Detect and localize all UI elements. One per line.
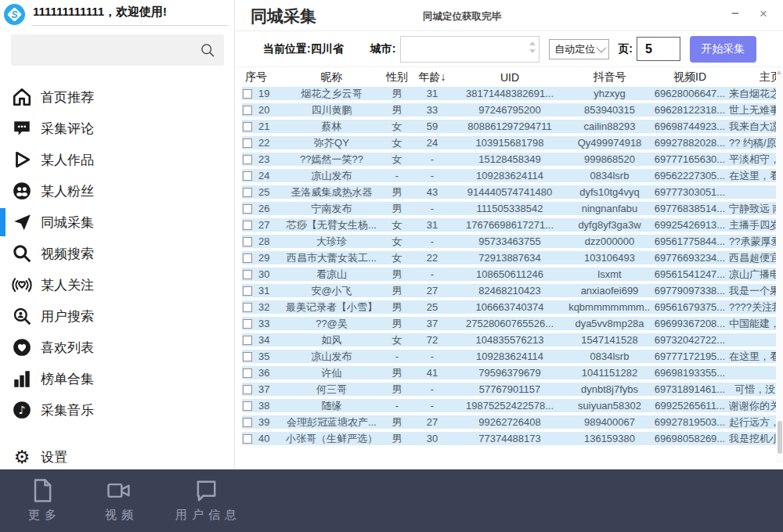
sidebar-item-collect-music[interactable]: ♪ 采集音乐 xyxy=(0,394,234,426)
row-checkbox[interactable] xyxy=(243,270,252,279)
table-row[interactable]: 30 看凉山 男 - 108650611246 lsxmt 6956154124… xyxy=(242,268,783,281)
col-index[interactable]: 序号 xyxy=(242,70,283,84)
row-checkbox[interactable] xyxy=(243,171,252,181)
sidebar-search-input[interactable] xyxy=(11,34,224,66)
table-row[interactable]: 28 大珍珍 女 - 95733463755 dzz000000 6956177… xyxy=(242,235,783,248)
cell-douyin-id: 999868520 xyxy=(568,153,651,165)
locate-mode-select[interactable]: 自动定位 xyxy=(549,39,609,59)
row-checkbox[interactable] xyxy=(243,204,252,214)
row-checkbox[interactable] xyxy=(243,336,252,345)
row-checkbox[interactable] xyxy=(243,352,252,361)
search-icon[interactable] xyxy=(200,42,215,58)
row-checkbox[interactable] xyxy=(243,385,252,394)
table-row[interactable]: 31 安@小飞 男 27 82468210423 anxiaofei699 69… xyxy=(242,284,783,297)
col-nickname[interactable]: 昵称 xyxy=(283,70,381,84)
sidebar-item-user-fans[interactable]: 某人粉丝 xyxy=(0,175,234,207)
row-checkbox[interactable] xyxy=(243,138,252,148)
city-input[interactable] xyxy=(400,36,539,63)
row-checkbox[interactable] xyxy=(243,89,252,99)
cell-uid: 109283624114 xyxy=(451,170,568,182)
cell-profile-sign: 在这里，看 xyxy=(729,169,783,183)
sidebar-item-user-works[interactable]: 某人作品 xyxy=(0,144,234,175)
page-count-input[interactable] xyxy=(637,37,680,61)
table-row[interactable]: 25 圣洛威集成热水器 男 43 914440574741480 dyfs10t… xyxy=(242,185,783,199)
sidebar-item-settings[interactable]: ⚙ 设置 xyxy=(0,441,234,473)
sidebar-item-video-search[interactable]: 视频搜索 xyxy=(0,238,234,269)
table-header: 序号 昵称 性别 年龄↓ UID 抖音号 视频ID 主页签 xyxy=(242,67,783,87)
heart-circle-icon xyxy=(12,337,32,358)
col-gender[interactable]: 性别 xyxy=(381,70,413,84)
row-checkbox[interactable] xyxy=(243,253,252,263)
cell-nickname: 大珍珍 xyxy=(283,235,381,249)
row-checkbox[interactable] xyxy=(243,286,252,296)
sidebar-item-ranking-collection[interactable]: 榜单合集 xyxy=(0,363,234,394)
table-row[interactable]: 22 弥芥QY 女 24 103915681798 Qy499974918 69… xyxy=(242,136,783,149)
row-checkbox[interactable] xyxy=(243,122,252,131)
bottom-toolbar: 更多 视频 用户信息 xyxy=(0,469,783,532)
minimize-button[interactable]: − xyxy=(727,6,744,22)
table-row[interactable]: 19 烟花之乡云哥 男 31 38171448382691... yhzxyg … xyxy=(242,87,783,100)
table-row[interactable]: 29 西昌市大蕾女装工... 女 22 72913887634 10310649… xyxy=(242,251,783,264)
sidebar-item-city-collect[interactable]: 同城采集 xyxy=(0,207,234,238)
cell-index: 21 xyxy=(258,120,269,132)
row-checkbox[interactable] xyxy=(243,188,252,197)
file-icon xyxy=(28,476,56,505)
cell-age: 33 xyxy=(413,104,451,116)
sidebar-item-home-feed[interactable]: 首页推荐 xyxy=(0,81,234,113)
row-checkbox[interactable] xyxy=(243,106,252,115)
sidebar-item-likes-list[interactable]: 喜欢列表 xyxy=(0,332,234,363)
cell-douyin-id: 0834lsrb xyxy=(568,170,651,182)
cell-index: 29 xyxy=(258,252,269,264)
table-row[interactable]: 37 何三哥 男 - 57767901157 dynbt8j7fybs 6973… xyxy=(242,383,783,396)
cell-gender: 男 xyxy=(381,366,413,380)
col-douyin-id[interactable]: 抖音号 xyxy=(568,70,651,84)
row-checkbox[interactable] xyxy=(243,368,252,378)
row-checkbox[interactable] xyxy=(243,319,252,329)
table-row[interactable]: 38 随缘 - - 19875252422578... suiyuan58302… xyxy=(242,399,783,412)
row-checkbox[interactable] xyxy=(243,155,252,164)
col-age-sorted[interactable]: 年龄↓ xyxy=(413,70,451,84)
user-info-button[interactable]: 用户信息 xyxy=(171,476,241,523)
col-uid[interactable]: UID xyxy=(451,71,568,84)
close-button[interactable]: × xyxy=(755,6,772,22)
table-row[interactable]: 36 许仙 男 41 79596379679 1041151282 696981… xyxy=(242,366,783,379)
table-row[interactable]: 40 小张哥（生鲜严选） 男 30 77374488173 136159380 … xyxy=(242,432,783,445)
start-collect-button[interactable]: 开始采集 xyxy=(690,36,756,63)
row-checkbox[interactable] xyxy=(243,237,252,246)
row-checkbox[interactable] xyxy=(243,401,252,411)
video-button[interactable]: 视频 xyxy=(100,476,138,523)
table-row[interactable]: 35 凉山发布 - - 109283624114 0834lsrb 697771… xyxy=(242,350,783,363)
sidebar-item-collect-comments[interactable]: 采集评论 xyxy=(0,113,234,144)
table-row[interactable]: 32 最美记录者【小雪】 男 25 106663740374 jkqbmmmmm… xyxy=(242,300,783,314)
cell-video-id: 69562227305... xyxy=(651,170,729,182)
music-circle-icon: ♪ xyxy=(12,400,32,420)
table-row[interactable]: 20 四川黄鹏 男 33 97246795200 853940315 69628… xyxy=(242,103,783,117)
cell-gender: 男 xyxy=(381,300,413,315)
city-spinner[interactable] xyxy=(529,41,536,53)
cell-profile-sign: 我来自大凉 xyxy=(729,120,783,134)
table-row[interactable]: 34 如风 女 72 104835576213 1547141528 69732… xyxy=(242,333,783,347)
table-row[interactable]: 39 会理彭冠蓝塘农产... 男 27 99262726408 98940006… xyxy=(242,415,783,429)
sidebar-item-user-following[interactable]: 某人关注 xyxy=(0,269,234,300)
col-profile-sign[interactable]: 主页签 xyxy=(729,70,783,84)
row-checkbox[interactable] xyxy=(243,418,252,427)
table-row[interactable]: 24 凉山发布 - - 109283624114 0834lsrb 695622… xyxy=(242,169,783,182)
col-video-id[interactable]: 视频ID xyxy=(651,70,729,84)
row-checkbox[interactable] xyxy=(243,434,252,444)
sidebar-item-user-search[interactable]: 用户搜索 xyxy=(0,300,234,332)
scroll-up-arrow-icon[interactable] xyxy=(777,70,781,74)
cell-uid: 914440574741480 xyxy=(451,186,568,198)
row-checkbox[interactable] xyxy=(243,303,252,312)
scrollbar-thumb[interactable] xyxy=(778,421,782,454)
vertical-scrollbar[interactable] xyxy=(776,67,783,463)
cell-gender: 女 xyxy=(381,136,413,150)
table-row[interactable]: 26 宁南发布 男 - 111505338542 ningnanfabu 697… xyxy=(242,202,783,215)
table-row[interactable]: 21 蔡林 女 59 808861297294711 cailin88293 6… xyxy=(242,120,783,133)
cell-gender: 男 xyxy=(381,284,413,298)
cell-video-id: 69927819503... xyxy=(651,416,729,428)
row-checkbox[interactable] xyxy=(243,221,252,230)
more-button[interactable]: 更多 xyxy=(23,476,61,523)
table-row[interactable]: 27 芯痧【无臂女生杨... 女 31 17676698617271... dy… xyxy=(242,218,783,232)
table-row[interactable]: 33 ??@吴 男 37 27528060765526... dya5vv8mp… xyxy=(242,317,783,330)
table-row[interactable]: 23 ??嫣然一笑?? 女 - 15128458349 999868520 69… xyxy=(242,153,783,166)
